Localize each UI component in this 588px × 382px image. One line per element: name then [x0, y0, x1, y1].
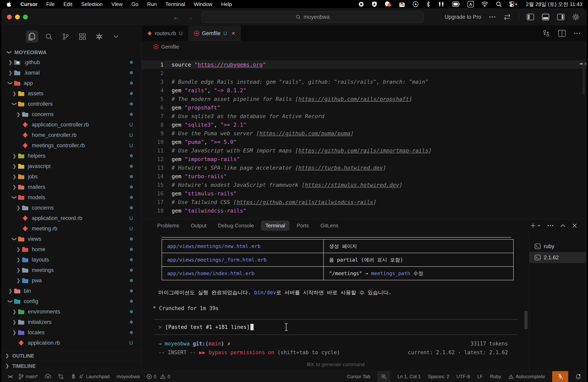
panel-more-icon[interactable]	[547, 225, 553, 226]
breadcrumb[interactable]: Gemfile	[142, 41, 586, 52]
code-line-5[interactable]: 5# The modern asset pipeline for Rails […	[142, 95, 586, 103]
split-editor-icon[interactable]	[558, 30, 566, 37]
close-panel-icon[interactable]	[572, 223, 577, 228]
tree-item-concerns[interactable]: ❯concerns	[2, 109, 141, 119]
menu-run[interactable]: Run	[147, 1, 157, 7]
terminal-scrollbar[interactable]	[525, 311, 528, 329]
maximize-panel-icon[interactable]	[560, 224, 566, 227]
control-center-icon[interactable]	[509, 1, 518, 8]
spotlight-icon[interactable]	[496, 1, 502, 8]
tree-item--kamal[interactable]: ❯.kamal	[2, 68, 141, 78]
panel-tab-problems[interactable]: Problems	[153, 221, 184, 231]
eol-item[interactable]: LF	[477, 374, 483, 379]
tree-item--github[interactable]: ❯.github	[2, 57, 141, 68]
encoding-item[interactable]: UTF-8	[456, 374, 470, 379]
tree-item-config[interactable]: ❯config	[2, 296, 141, 306]
terminal-link[interactable]: bin/dev	[254, 289, 276, 295]
close-window-button[interactable]	[7, 15, 12, 19]
passwords-icon[interactable]	[399, 1, 405, 8]
code-line-11[interactable]: 11# Use JavaScript with ESM import maps …	[142, 146, 586, 155]
menu-view[interactable]: View	[111, 1, 123, 7]
git-branch-item[interactable]: main*	[18, 374, 38, 380]
menu-go[interactable]: Go	[131, 1, 138, 7]
menu-terminal[interactable]: Terminal	[165, 1, 185, 7]
language-mode-item[interactable]: Ruby	[490, 374, 501, 379]
launchpad-item[interactable]: Launchpad	[70, 374, 110, 380]
tree-item-views[interactable]: ❯views	[2, 234, 141, 244]
display-mirror-icon[interactable]	[452, 1, 460, 8]
chevron-down-icon[interactable]	[110, 30, 122, 43]
code-line-6[interactable]: 6gem "propshaft"	[142, 103, 586, 112]
terminal-process-ruby[interactable]: ruby	[529, 241, 586, 252]
tree-item-helpers[interactable]: ❯helpers	[2, 151, 141, 161]
toggle-left-panel-icon[interactable]	[526, 14, 534, 20]
code-editor[interactable]: 1source "https://rubygems.org"23# Bundle…	[142, 52, 586, 219]
tree-item-app[interactable]: ❯app	[2, 78, 141, 88]
code-line-1[interactable]: 1source "https://rubygems.org"	[142, 60, 586, 69]
code-line-8[interactable]: 8gem "sqlite3", ">= 2.1"	[142, 120, 586, 129]
extensions-icon[interactable]	[76, 30, 89, 43]
indentation-item[interactable]: Spaces: 2	[428, 374, 449, 379]
files-icon[interactable]	[26, 30, 38, 43]
tab-gemfile[interactable]: Gemfile U ×	[189, 26, 241, 41]
toggle-bottom-panel-icon[interactable]	[542, 14, 549, 20]
menu-window[interactable]: Window	[194, 1, 212, 7]
menu-cursor[interactable]: Cursor	[21, 1, 37, 7]
tree-item-jobs[interactable]: ❯jobs	[2, 172, 141, 182]
tab-routes-rb[interactable]: routes.rb U	[142, 26, 189, 41]
panel-tab-gitlens[interactable]: GitLens	[316, 221, 343, 231]
terminal-link[interactable]: meetings_path	[371, 270, 410, 276]
cursor-tab-toggle[interactable]: Cursor Tab	[347, 374, 370, 379]
code-line-2[interactable]: 2	[142, 69, 586, 77]
vpn-shield-icon[interactable]	[372, 1, 377, 8]
code-line-16[interactable]: 16gem "stimulus-rails"	[142, 189, 586, 198]
more-actions-icon[interactable]	[489, 16, 496, 18]
terminal-input-line[interactable]: > [Pasted text #1 +181 lines]	[154, 319, 518, 335]
zoom-window-button[interactable]	[23, 15, 28, 19]
timeline-section-header[interactable]: ❯ TIMELINE	[2, 361, 141, 371]
code-line-12[interactable]: 12gem "importmap-rails"	[142, 155, 586, 163]
tree-item-home-controller-rb[interactable]: home_controller.rbU	[2, 130, 141, 140]
menu-edit[interactable]: Edit	[63, 1, 72, 7]
notifications-bell-icon[interactable]	[575, 374, 586, 380]
wifi-icon[interactable]	[482, 1, 488, 8]
code-line-14[interactable]: 14gem "turbo-rails"	[142, 172, 586, 181]
code-line-17[interactable]: 17# Use Tailwind CSS [https://github.com…	[142, 198, 586, 206]
zoom-tool-icon[interactable]	[378, 371, 390, 382]
menu-selection[interactable]: Selection	[81, 1, 103, 7]
file-path-cell[interactable]: app/views/meetings/_form.html.erb	[162, 253, 324, 267]
settings-gear-icon[interactable]	[572, 13, 579, 20]
code-line-10[interactable]: 10gem "puma", ">= 5.0"	[142, 138, 586, 146]
command-center-search[interactable]: moyeobwa	[201, 11, 424, 23]
file-path-cell[interactable]: app/views/home/index.html.erb	[162, 267, 324, 280]
tree-item-assets[interactable]: ❯assets	[2, 88, 141, 99]
git-compare-icon[interactable]	[58, 374, 63, 380]
panel-tab-output[interactable]: Output	[186, 221, 211, 231]
tree-item-layouts[interactable]: ❯layouts	[2, 254, 141, 265]
cursor-position-item[interactable]: Ln 1, Col 1	[398, 374, 420, 379]
upgrade-to-pro-button[interactable]: Upgrade to Pro	[445, 14, 481, 20]
tree-item-pwa[interactable]: ❯pwa	[2, 275, 141, 286]
code-line-13[interactable]: 13# Hotwire's SPA-like page accelerator …	[142, 163, 586, 172]
nav-forward-button[interactable]: →	[187, 13, 193, 21]
tree-item-environments[interactable]: ❯environments	[2, 306, 141, 317]
project-name-item[interactable]: moyeobwa	[116, 374, 140, 379]
input-source-a-icon[interactable]: A	[467, 1, 474, 8]
autocomplete-item[interactable]: Autocomplete	[508, 374, 545, 379]
disable-autocomplete-button[interactable]	[552, 371, 568, 382]
tree-item-concerns[interactable]: ❯concerns	[2, 203, 141, 213]
tree-item-locales[interactable]: ❯locales	[2, 327, 141, 338]
screen-record-icon[interactable]	[358, 1, 364, 8]
code-line-3[interactable]: 3# Bundle edge Rails instead: gem "rails…	[142, 77, 586, 86]
panel-tab-terminal[interactable]: Terminal	[261, 221, 289, 231]
tree-item-controllers[interactable]: ❯controllers	[2, 99, 141, 109]
more-actions-icon[interactable]	[574, 33, 580, 34]
outline-section-header[interactable]: ❯ OUTLINE	[2, 351, 141, 361]
explorer-root-header[interactable]: ❯ MOYEOBWA	[2, 48, 141, 57]
tree-item-meetings-controller-rb[interactable]: meetings_controller.rbU	[2, 140, 141, 151]
tree-item-mailers[interactable]: ❯mailers	[2, 182, 141, 192]
publish-icon[interactable]	[45, 374, 51, 379]
panel-tab-ports[interactable]: Ports	[292, 221, 313, 231]
notification-chat-icon[interactable]: N	[385, 1, 391, 8]
search-icon[interactable]	[42, 30, 55, 43]
